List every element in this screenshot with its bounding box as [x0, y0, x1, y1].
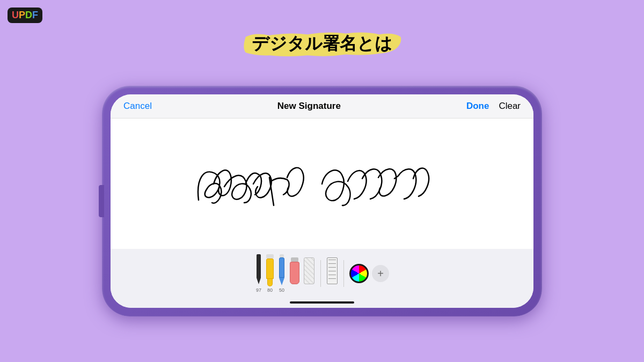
heading-text: デジタル署名とは	[252, 32, 392, 56]
marker-yellow-tool[interactable]: 80	[266, 254, 274, 293]
home-bar	[290, 301, 354, 304]
phone-wrapper: Cancel New Signature Done Clear	[102, 86, 542, 316]
logo-letter-f: F	[32, 10, 38, 21]
heading-area: デジタル署名とは	[252, 32, 392, 56]
updf-logo: U P D F	[8, 8, 42, 23]
add-tool-button[interactable]: +	[372, 265, 389, 282]
done-button[interactable]: Done	[466, 101, 489, 112]
logo-letter-d: D	[25, 10, 32, 21]
ruler-tool[interactable]	[326, 257, 338, 290]
brush-stroke: デジタル署名とは	[252, 32, 392, 56]
cancel-button[interactable]: Cancel	[123, 101, 152, 112]
drawing-tools: 97 80	[111, 249, 533, 301]
pen-blue-tool[interactable]: 50	[277, 254, 286, 293]
signature-toolbar: Cancel New Signature Done Clear	[111, 94, 533, 119]
logo-letter-p: P	[19, 10, 25, 21]
pencil-label: 97	[256, 287, 261, 293]
eraser-tool[interactable]	[289, 257, 300, 290]
texture-tool[interactable]	[303, 257, 315, 290]
plus-icon: +	[377, 268, 384, 280]
phone-inner: Cancel New Signature Done Clear	[111, 94, 533, 308]
phone-notch	[99, 185, 104, 217]
signature-canvas[interactable]	[111, 119, 533, 249]
logo-letter-u: U	[12, 10, 19, 21]
pencil-tool[interactable]: 97	[255, 254, 262, 293]
pen-label: 50	[279, 287, 284, 293]
marker-label: 80	[267, 287, 273, 293]
tool-separator-2	[343, 260, 344, 287]
color-picker-button[interactable]	[349, 264, 369, 283]
tool-separator	[320, 260, 321, 287]
home-indicator	[111, 301, 533, 308]
clear-button[interactable]: Clear	[499, 101, 521, 112]
signature-drawing	[166, 136, 478, 232]
toolbar-title: New Signature	[152, 101, 466, 112]
phone-outer: Cancel New Signature Done Clear	[102, 86, 542, 316]
